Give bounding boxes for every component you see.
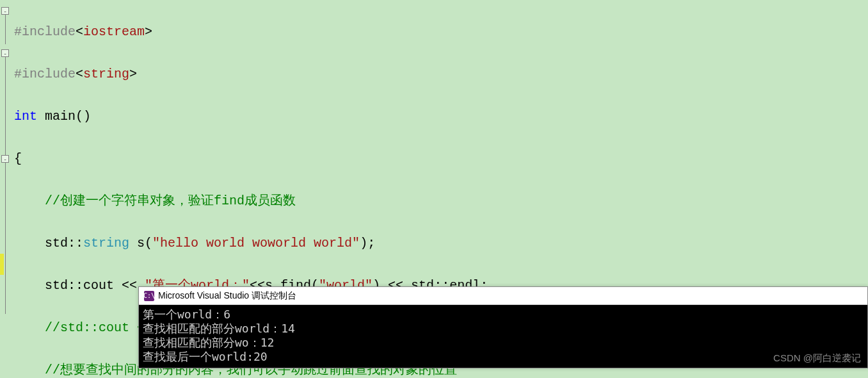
fold-line — [5, 163, 6, 314]
code-line[interactable]: { — [14, 148, 868, 169]
console-line: 查找最后一个world:20 — [143, 350, 864, 364]
console-output[interactable]: 第一个world：6 查找相匹配的部分world：14 查找相匹配的部分wo：1… — [139, 305, 867, 368]
code-line[interactable]: //创建一个字符串对象，验证find成员函数 — [14, 190, 868, 211]
code-line[interactable]: #include<iostream> — [14, 21, 868, 42]
code-line[interactable]: #include<string> — [14, 63, 868, 85]
console-line: 查找相匹配的部分world：14 — [143, 322, 864, 336]
fold-toggle[interactable]: - — [1, 7, 9, 15]
fold-toggle[interactable]: - — [1, 155, 9, 163]
fold-line — [5, 57, 6, 156]
fold-line — [5, 15, 6, 44]
console-title-text: Microsoft Visual Studio 调试控制台 — [158, 290, 296, 302]
comment: //创建一个字符串对象，验证find成员函数 — [14, 193, 296, 208]
code-line[interactable]: std::string s("hello world woworld world… — [14, 233, 868, 254]
code-line[interactable]: int main() — [14, 106, 868, 127]
console-line: 查找相匹配的部分wo：12 — [143, 336, 864, 350]
console-line: 第一个world：6 — [143, 308, 864, 322]
fold-gutter: - - - — [0, 0, 13, 378]
fold-toggle[interactable]: - — [1, 49, 9, 57]
watermark: CSDN @阿白逆袭记 — [773, 351, 861, 365]
debug-console-window[interactable]: C:\ Microsoft Visual Studio 调试控制台 第一个wor… — [138, 286, 868, 368]
console-titlebar[interactable]: C:\ Microsoft Visual Studio 调试控制台 — [139, 287, 867, 305]
console-icon: C:\ — [144, 291, 154, 301]
current-line-marker — [0, 254, 4, 275]
